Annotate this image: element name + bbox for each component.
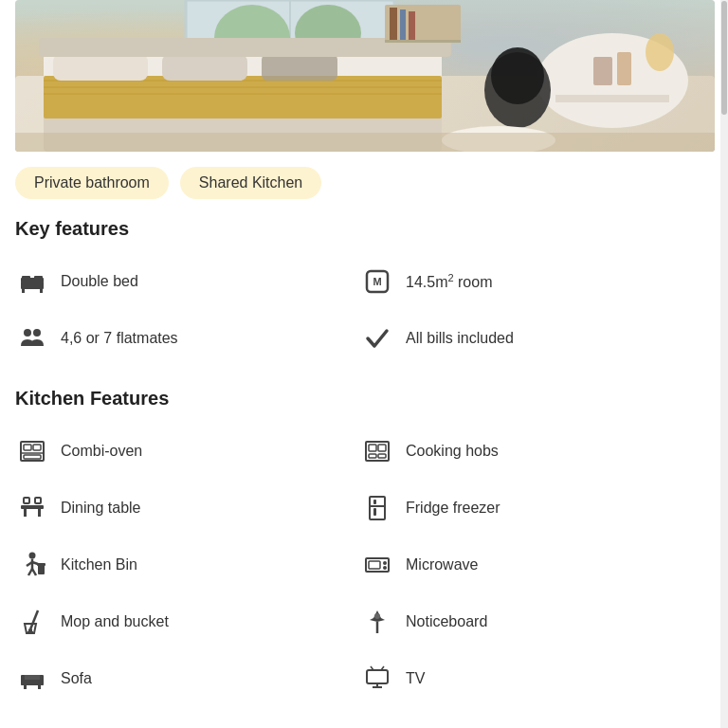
bills-label: All bills included — [406, 330, 514, 347]
feature-flatmates: 4,6 or 7 flatmates — [15, 312, 360, 365]
svg-rect-33 — [22, 276, 30, 281]
svg-rect-48 — [378, 445, 386, 451]
svg-rect-28 — [617, 52, 631, 85]
feature-fridge: Fridge freezer — [360, 482, 705, 535]
svg-point-25 — [491, 47, 544, 104]
sofa-icon — [15, 662, 49, 696]
svg-rect-13 — [53, 54, 148, 81]
feature-sofa: Sofa — [15, 652, 360, 705]
svg-point-71 — [383, 566, 387, 570]
svg-rect-58 — [373, 500, 376, 504]
bed-icon — [15, 264, 49, 299]
key-features-title: Key features — [15, 218, 705, 240]
svg-rect-84 — [38, 685, 41, 689]
svg-rect-55 — [38, 509, 41, 517]
check-icon — [360, 321, 394, 355]
svg-rect-59 — [373, 508, 376, 516]
svg-text:M: M — [373, 276, 381, 287]
svg-line-73 — [30, 610, 38, 629]
sofa-label: Sofa — [61, 670, 92, 687]
dining-table-label: Dining table — [61, 500, 141, 517]
hero-image — [15, 0, 715, 152]
tags-row: Private bathroom Shared Kitchen — [15, 167, 705, 199]
kitchen-features-grid: Combi-oven Cooking hobs — [15, 425, 705, 705]
scrollbar-thumb[interactable] — [721, 1, 727, 115]
feature-cooking-hobs: Cooking hobs — [360, 425, 705, 478]
key-features-grid: Double bed M 14.5m2 room — [15, 255, 705, 365]
tag-private-bathroom[interactable]: Private bathroom — [15, 167, 169, 199]
fridge-icon — [360, 491, 394, 525]
tag-shared-kitchen[interactable]: Shared Kitchen — [180, 167, 321, 199]
svg-rect-66 — [38, 565, 45, 574]
svg-rect-83 — [24, 685, 27, 689]
svg-rect-56 — [370, 497, 385, 519]
scrollbar[interactable] — [720, 0, 728, 728]
bin-icon — [15, 548, 49, 582]
svg-rect-20 — [409, 11, 415, 40]
microwave-icon — [360, 548, 394, 582]
svg-rect-36 — [40, 289, 43, 293]
table-icon — [15, 491, 49, 525]
main-content: Private bathroom Shared Kitchen Key feat… — [0, 167, 728, 705]
svg-rect-31 — [21, 282, 44, 289]
svg-point-39 — [24, 329, 31, 337]
svg-rect-27 — [593, 57, 612, 85]
feature-room-size: M 14.5m2 room — [360, 255, 705, 308]
svg-point-60 — [29, 553, 36, 559]
feature-kitchen-bin: Kitchen Bin — [15, 538, 360, 592]
feature-noticeboard: Noticeboard — [360, 595, 705, 648]
feature-microwave: Microwave — [360, 538, 705, 592]
metro-icon: M — [360, 264, 394, 299]
svg-rect-47 — [369, 445, 376, 451]
svg-rect-51 — [24, 498, 29, 503]
svg-rect-23 — [555, 95, 669, 102]
svg-rect-34 — [34, 276, 43, 281]
combi-oven-label: Combi-oven — [61, 443, 142, 460]
svg-rect-81 — [21, 675, 25, 685]
fridge-label: Fridge freezer — [406, 500, 500, 517]
people-icon — [15, 321, 49, 355]
svg-rect-18 — [390, 8, 397, 40]
noticeboard-icon — [360, 605, 394, 639]
svg-point-40 — [33, 329, 41, 337]
svg-rect-67 — [37, 563, 46, 566]
svg-point-78 — [374, 613, 380, 619]
svg-rect-54 — [24, 509, 27, 517]
microwave-label: Microwave — [406, 556, 478, 573]
room-size-label: 14.5m2 room — [406, 272, 493, 291]
tv-label: TV — [406, 670, 425, 687]
svg-rect-21 — [385, 40, 461, 43]
svg-rect-43 — [33, 445, 41, 450]
feature-combi-oven: Combi-oven — [15, 425, 360, 478]
double-bed-label: Double bed — [61, 273, 138, 290]
svg-rect-9 — [44, 76, 442, 118]
feature-mop: Mop and bucket — [15, 595, 360, 648]
svg-rect-69 — [369, 561, 380, 569]
oven-icon — [15, 434, 49, 468]
svg-rect-19 — [400, 9, 406, 40]
svg-rect-49 — [369, 454, 376, 458]
mop-icon — [15, 605, 49, 639]
svg-rect-35 — [22, 289, 25, 293]
kitchen-features-title: Kitchen Features — [15, 388, 705, 410]
svg-rect-82 — [40, 675, 44, 685]
feature-bills: All bills included — [360, 312, 705, 365]
mop-label: Mop and bucket — [61, 613, 169, 630]
noticeboard-label: Noticeboard — [406, 613, 487, 630]
svg-rect-42 — [24, 445, 31, 450]
feature-double-bed: Double bed — [15, 255, 360, 308]
cooking-hobs-label: Cooking hobs — [406, 443, 499, 460]
svg-point-70 — [383, 561, 387, 565]
svg-rect-53 — [21, 505, 44, 509]
svg-rect-85 — [367, 670, 388, 683]
svg-rect-30 — [15, 133, 715, 152]
flatmates-label: 4,6 or 7 flatmates — [61, 330, 178, 347]
svg-rect-50 — [378, 454, 386, 458]
svg-point-29 — [646, 33, 674, 71]
feature-dining-table: Dining table — [15, 482, 360, 535]
svg-rect-52 — [35, 498, 41, 503]
feature-tv: TV — [360, 652, 705, 705]
tv-icon — [360, 662, 394, 696]
svg-rect-14 — [162, 54, 247, 81]
hob-icon — [360, 434, 394, 468]
